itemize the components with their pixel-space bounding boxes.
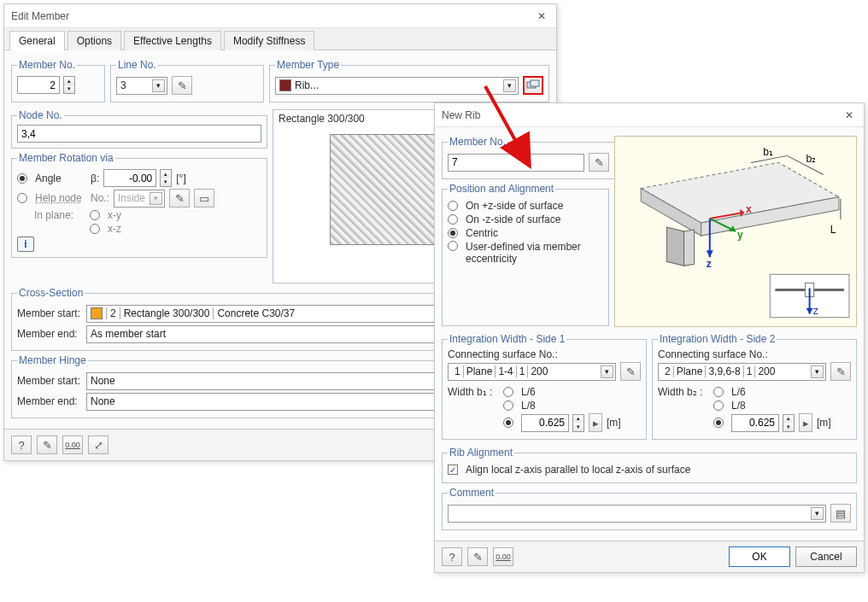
iw2-value-input[interactable] <box>731 414 779 432</box>
iw1-l8-radio[interactable] <box>503 400 513 411</box>
iw1-last: 200 <box>527 365 550 377</box>
iw2-n2: 1 <box>743 365 755 377</box>
inplane-xy-radio[interactable] <box>90 210 100 220</box>
helpnode-pick-button[interactable]: ✎ <box>169 189 190 207</box>
axis-y-label: y <box>737 229 743 241</box>
member-no-spinner[interactable]: ▴▾ <box>63 76 75 94</box>
rib-help-button[interactable]: ? <box>442 547 462 566</box>
rib-member-no-input[interactable] <box>448 154 584 172</box>
axis-z-label: z <box>707 258 712 270</box>
helpnode-folder-button[interactable]: ▭ <box>194 189 214 207</box>
iw2-plane: Plane <box>673 365 706 377</box>
rib-member-pick-button[interactable]: ✎ <box>589 153 609 172</box>
iw2-legend: Integration Width - Side 2 <box>658 333 777 345</box>
rib-align-checkbox[interactable]: ✓ <box>448 465 458 475</box>
rotation-inside-combo[interactable]: Inside ▾ <box>114 190 165 207</box>
beta-unit: [°] <box>176 172 185 184</box>
group-position-alignment: Position and Alignment On +z-side of sur… <box>442 183 609 326</box>
rib-edit-button[interactable]: ✎ <box>467 547 488 566</box>
tab-modstiff[interactable]: Modify Stiffness <box>224 31 314 50</box>
chevron-down-icon: ▾ <box>811 507 824 520</box>
iw2-step-button[interactable]: ▸ <box>799 413 812 432</box>
edit-button[interactable]: ✎ <box>37 435 57 454</box>
chevron-down-icon: ▾ <box>811 365 824 378</box>
iw2-conn-combo[interactable]: 2 Plane 3,9,6-8 1 200 ▾ <box>658 363 826 381</box>
iw1-value-input[interactable] <box>521 414 569 432</box>
chevron-down-icon: ▾ <box>601 365 613 378</box>
rotation-angle-radio[interactable] <box>17 173 27 184</box>
iw1-pick-button[interactable]: ✎ <box>620 362 641 381</box>
group-rib-align: Rib Alignment ✓ Align local z-axis paral… <box>442 447 857 483</box>
pos-userdef-radio[interactable] <box>448 241 458 251</box>
cs-start-num: 2 <box>106 307 120 319</box>
pos-plusz-label: On +z-side of surface <box>466 200 563 212</box>
new-rib-bottombar: ? ✎ 0.00 OK Cancel <box>435 541 864 572</box>
iw1-step-button[interactable]: ▸ <box>589 413 602 432</box>
pos-userdef-label: User-defined via member eccentricity <box>466 241 594 265</box>
svg-marker-14 <box>707 250 713 257</box>
hinge-end-label: Member end: <box>17 395 82 407</box>
units-button[interactable]: 0.00 <box>62 435 83 454</box>
pos-align-legend: Position and Alignment <box>448 183 555 195</box>
cross-section-legend: Cross-Section <box>17 287 85 299</box>
rib-cancel-button[interactable]: Cancel <box>795 546 857 567</box>
rib-group-member-no: Member No. ✎ <box>442 136 615 179</box>
new-rib-close-icon[interactable]: ✕ <box>842 108 857 123</box>
beta-spinner[interactable]: ▴▾ <box>160 169 172 187</box>
pos-minusz-radio[interactable] <box>448 214 458 225</box>
chevron-down-icon: ▾ <box>150 192 162 205</box>
rotation-angle-label: Angle <box>35 172 86 184</box>
iw2-width-label: Width b₂ : <box>658 386 709 398</box>
iw2-last: 200 <box>754 365 777 377</box>
member-type-props-button[interactable] <box>523 76 543 95</box>
node-no-input[interactable] <box>17 125 261 143</box>
iw2-custom-radio[interactable] <box>713 418 724 428</box>
group-comment: Comment ▾ ▤ <box>442 487 857 530</box>
rib-ok-button[interactable]: OK <box>729 546 790 567</box>
iw1-l8-label: L/8 <box>521 400 536 412</box>
comment-combo[interactable]: ▾ <box>448 505 826 523</box>
member-type-combo[interactable]: Rib... ▾ <box>275 77 519 95</box>
svg-marker-7 <box>666 227 683 266</box>
iw2-unit: [m] <box>817 417 831 429</box>
member-no-input[interactable] <box>17 76 60 94</box>
iw2-range: 3,9,6-8 <box>705 365 742 377</box>
tab-general[interactable]: General <box>9 31 65 50</box>
pick-button[interactable]: ⤢ <box>88 435 108 454</box>
inplane-xz-radio[interactable] <box>90 224 100 234</box>
iw2-n: 2 <box>662 365 673 377</box>
iw2-spinner[interactable]: ▴▾ <box>783 414 795 432</box>
hinge-end-value: None <box>91 395 115 407</box>
pos-plusz-radio[interactable] <box>448 201 458 211</box>
beta-input[interactable] <box>103 169 156 187</box>
iw1-n2: 1 <box>516 365 528 377</box>
pick-line-button[interactable]: ✎ <box>172 76 192 95</box>
pos-centric-label: Centric <box>466 227 498 239</box>
iw2-pick-button[interactable]: ✎ <box>830 362 851 381</box>
dim-b2-label: b₂ <box>806 153 817 165</box>
edit-member-tabs: General Options Effective Lengths Modify… <box>4 28 556 50</box>
help-button[interactable]: ? <box>11 435 32 454</box>
iw1-l6-radio[interactable] <box>503 387 513 397</box>
tab-efflength[interactable]: Effective Lengths <box>124 31 221 50</box>
iw2-l6-radio[interactable] <box>713 387 724 397</box>
iw2-l6-label: L/6 <box>731 386 746 398</box>
pos-centric-radio[interactable] <box>448 228 458 238</box>
rib-units-button[interactable]: 0.00 <box>493 547 513 566</box>
iw1-conn-combo[interactable]: 1 Plane 1-4 1 200 ▾ <box>448 363 616 381</box>
iw1-spinner[interactable]: ▴▾ <box>572 414 584 432</box>
tab-options[interactable]: Options <box>67 31 121 50</box>
line-no-combo[interactable]: 3 ▾ <box>116 77 167 95</box>
rotation-no-label: No.: <box>91 192 109 204</box>
group-node-no: Node No. <box>11 109 267 149</box>
iw2-l8-radio[interactable] <box>713 400 724 411</box>
iw1-custom-radio[interactable] <box>503 418 513 428</box>
comment-lib-button[interactable]: ▤ <box>830 504 851 523</box>
member-type-value: Rib... <box>295 79 319 91</box>
comment-legend: Comment <box>448 487 496 499</box>
info-icon[interactable]: i <box>17 237 34 252</box>
edit-member-title: Edit Member <box>11 10 534 22</box>
rotation-helpnode-radio[interactable] <box>17 193 27 203</box>
edit-member-close-icon[interactable]: ✕ <box>534 9 549 24</box>
iw2-l8-label: L/8 <box>731 400 746 412</box>
